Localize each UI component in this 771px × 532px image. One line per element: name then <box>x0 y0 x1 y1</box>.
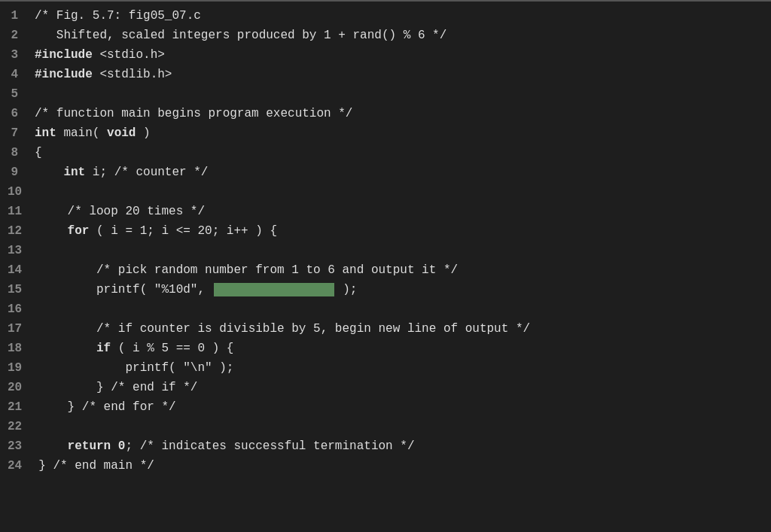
code-row: 8 { <box>0 146 771 166</box>
code-content: /* function main begins program executio… <box>32 107 352 120</box>
code-row: 3 #include <stdio.h> <box>0 48 771 68</box>
code-container: 1 /* Fig. 5.7: fig05_07.c 2 Shifted, sca… <box>0 0 771 532</box>
line-number: 19 <box>0 361 35 375</box>
code-content: if ( i % 5 == 0 ) { <box>35 342 233 355</box>
code-content: } /* end if */ <box>35 381 197 394</box>
code-content: return 0; /* indicates successful termin… <box>35 439 414 453</box>
line-number: 9 <box>0 166 32 179</box>
code-content: /* if counter is divisible by 5, begin n… <box>35 322 530 336</box>
code-row: 22 <box>0 420 771 439</box>
code-row: 9 int i; /* counter */ <box>0 166 771 185</box>
code-row: 21 } /* end for */ <box>0 400 771 420</box>
line-number: 15 <box>0 283 35 296</box>
line-number: 13 <box>0 244 35 257</box>
line-number: 24 <box>0 459 35 473</box>
code-row: 17 /* if counter is divisible by 5, begi… <box>0 322 771 342</box>
code-content: /* pick random number from 1 to 6 and ou… <box>35 263 458 277</box>
line-number: 10 <box>0 185 35 199</box>
line-number: 4 <box>0 68 32 81</box>
line-number: 17 <box>0 322 35 336</box>
line-number: 14 <box>0 263 35 277</box>
code-content: int main( void ) <box>32 126 151 140</box>
code-lines: 1 /* Fig. 5.7: fig05_07.c 2 Shifted, sca… <box>0 9 771 479</box>
code-row: 23 return 0; /* indicates successful ter… <box>0 439 771 459</box>
code-content: printf( "%10d", ); <box>35 283 357 296</box>
code-content: for ( i = 1; i <= 20; i++ ) { <box>35 224 277 238</box>
code-content: } /* end for */ <box>35 400 175 414</box>
code-row: 7 int main( void ) <box>0 126 771 146</box>
line-number: 6 <box>0 107 32 120</box>
code-content: } /* end main */ <box>35 459 154 473</box>
code-content: Shifted, scaled integers produced by 1 +… <box>32 29 446 42</box>
line-number: 7 <box>0 126 32 140</box>
line-number: 11 <box>0 205 35 218</box>
code-row: 24 } /* end main */ <box>0 459 771 479</box>
code-row: 5 <box>0 87 771 107</box>
code-row: 14 /* pick random number from 1 to 6 and… <box>0 263 771 283</box>
code-row: 13 <box>0 244 771 263</box>
code-row: 12 for ( i = 1; i <= 20; i++ ) { <box>0 224 771 244</box>
code-row: 20 } /* end if */ <box>0 381 771 400</box>
code-row: 6 /* function main begins program execut… <box>0 107 771 126</box>
line-number: 23 <box>0 439 35 453</box>
code-row: 11 /* loop 20 times */ <box>0 205 771 224</box>
line-number: 12 <box>0 224 35 238</box>
code-row: 16 <box>0 302 771 322</box>
line-number: 3 <box>0 48 32 62</box>
highlighted-expression <box>214 283 334 296</box>
code-content: { <box>32 146 42 160</box>
code-row: 4 #include <stdlib.h> <box>0 68 771 87</box>
code-row: 15 printf( "%10d", ); <box>0 283 771 302</box>
line-number: 5 <box>0 87 32 101</box>
line-number: 22 <box>0 420 35 433</box>
code-row: 2 Shifted, scaled integers produced by 1… <box>0 29 771 48</box>
code-content: #include <stdio.h> <box>32 48 165 62</box>
line-number: 8 <box>0 146 32 160</box>
line-number: 21 <box>0 400 35 414</box>
code-content: int i; /* counter */ <box>32 166 208 179</box>
code-row: 19 printf( "\n" ); <box>0 361 771 381</box>
line-number: 1 <box>0 9 32 23</box>
line-number: 18 <box>0 342 35 355</box>
code-content: #include <stdlib.h> <box>32 68 172 81</box>
code-content: /* Fig. 5.7: fig05_07.c <box>32 9 201 23</box>
code-content: printf( "\n" ); <box>35 361 233 375</box>
code-content: /* loop 20 times */ <box>35 205 205 218</box>
code-row: 10 <box>0 185 771 205</box>
code-row: 1 /* Fig. 5.7: fig05_07.c <box>0 9 771 29</box>
code-row: 18 if ( i % 5 == 0 ) { <box>0 342 771 361</box>
line-number: 20 <box>0 381 35 394</box>
line-number: 2 <box>0 29 32 42</box>
line-number: 16 <box>0 302 35 316</box>
